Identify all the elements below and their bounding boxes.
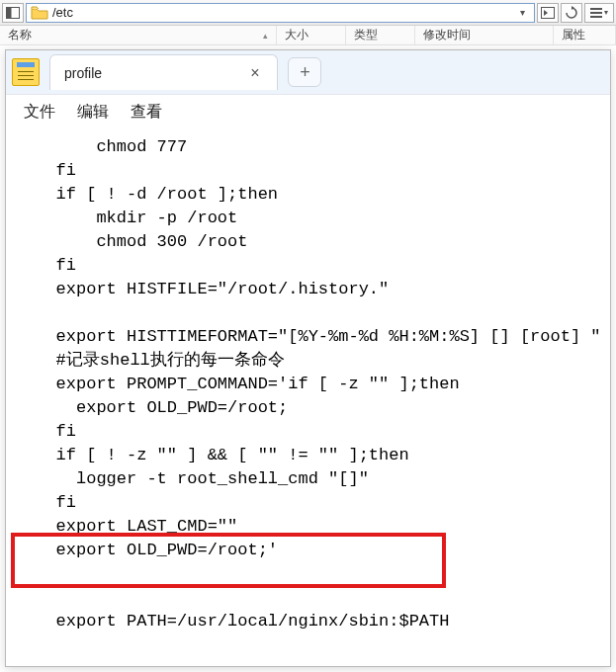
sort-asc-icon: ▴ [263,31,268,41]
path-input[interactable]: /etc ▾ [26,3,535,23]
editor-content[interactable]: chmod 777 fi if [ ! -d /root ];then mkdi… [6,129,610,666]
column-size[interactable]: 大小 [277,26,346,44]
svg-rect-1 [7,7,12,18]
menu-edit[interactable]: 编辑 [77,102,109,123]
editor-menubar: 文件 编辑 查看 [6,94,610,129]
path-dropdown-icon[interactable]: ▾ [514,7,530,18]
refresh-button[interactable] [561,3,582,23]
column-type[interactable]: 类型 [346,26,415,44]
new-tab-button[interactable]: + [288,57,321,87]
code-text: chmod 777 fi if [ ! -d /root ];then mkdi… [6,135,610,633]
tab-profile[interactable]: profile × [49,54,278,90]
folder-icon [31,5,48,21]
menu-view[interactable]: 查看 [131,102,162,123]
column-name[interactable]: 名称▴ [0,26,277,44]
view-mode-button[interactable]: ▾ [584,3,614,23]
path-toolbar: /etc ▾ ▾ [0,0,616,26]
tab-title: profile [64,65,102,81]
notepad-window: profile × + 文件 编辑 查看 chmod 777 fi if [ !… [5,49,611,667]
notepad-icon [12,58,40,86]
close-icon[interactable]: × [250,64,259,82]
menu-file[interactable]: 文件 [24,102,55,123]
column-modified[interactable]: 修改时间 [415,26,554,44]
column-attr[interactable]: 属性 [554,26,616,44]
path-text: /etc [52,5,73,20]
panel-toggle-button[interactable] [2,3,24,23]
history-toggle-button[interactable] [537,3,559,23]
file-list-header: 名称▴ 大小 类型 修改时间 属性 [0,26,616,45]
editor-tabbar: profile × + [6,50,610,94]
